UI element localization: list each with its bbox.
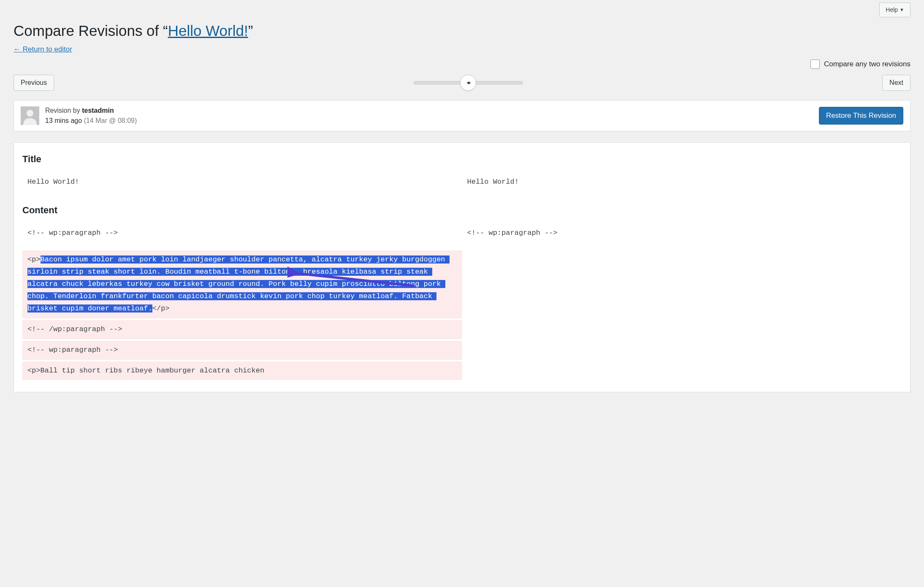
diff-cell-right bbox=[462, 361, 902, 380]
author-line: Revision by testadmin bbox=[45, 106, 813, 116]
compare-any-label[interactable]: Compare any two revisions bbox=[824, 59, 910, 70]
diff-content-table: <!-- wp:paragraph --><!-- wp:paragraph -… bbox=[22, 224, 902, 380]
help-label: Help bbox=[886, 5, 898, 14]
deleted-text-highlight: Bacon ipsum dolor amet pork loin landjae… bbox=[27, 255, 450, 313]
diff-cell-left: <!-- wp:paragraph --> bbox=[22, 224, 462, 243]
return-to-editor-link[interactable]: ← Return to editor bbox=[14, 45, 72, 53]
diff-cell-right bbox=[462, 250, 902, 318]
user-icon bbox=[21, 106, 39, 125]
restore-revision-button[interactable]: Restore This Revision bbox=[819, 107, 903, 125]
chevron-down-icon: ▼ bbox=[900, 6, 904, 14]
diff-cell-right: <!-- wp:paragraph --> bbox=[462, 224, 902, 243]
revision-meta-bar: Revision by testadmin 13 mins ago (14 Ma… bbox=[14, 100, 910, 131]
slider-track-left bbox=[414, 81, 464, 84]
title-right: Hello World! bbox=[462, 173, 902, 192]
diff-content-heading: Content bbox=[22, 203, 902, 217]
page-title: Compare Revisions of “Hello World!” bbox=[14, 20, 910, 42]
diff-cell-left: <!-- /wp:paragraph --> bbox=[22, 320, 462, 339]
diff-title-table: Hello World! Hello World! bbox=[22, 173, 902, 192]
time-absolute: (14 Mar @ 08:09) bbox=[84, 117, 137, 124]
next-button[interactable]: Next bbox=[882, 75, 910, 91]
diff-title-heading: Title bbox=[22, 152, 902, 166]
diff-cell-right bbox=[462, 320, 902, 339]
diff-cell-right bbox=[462, 341, 902, 360]
slider-handle[interactable]: ◂▸ bbox=[460, 75, 476, 91]
diff-cell-left: <p>Ball tip short ribs ribeye hamburger … bbox=[22, 361, 462, 380]
author-name: testadmin bbox=[82, 107, 114, 114]
revision-slider[interactable]: ◂▸ bbox=[414, 75, 523, 91]
slider-arrows-icon: ◂▸ bbox=[466, 78, 470, 87]
slider-track-right bbox=[472, 81, 523, 84]
compare-any-checkbox[interactable] bbox=[810, 60, 820, 69]
time-line: 13 mins ago (14 Mar @ 08:09) bbox=[45, 116, 813, 126]
post-title-link[interactable]: Hello World! bbox=[168, 22, 248, 39]
diff-cell-left: <p>Bacon ipsum dolor amet pork loin land… bbox=[22, 250, 462, 318]
time-relative: 13 mins ago bbox=[45, 117, 82, 124]
svg-point-1 bbox=[27, 110, 33, 117]
previous-button[interactable]: Previous bbox=[14, 75, 54, 91]
title-left: Hello World! bbox=[22, 173, 462, 192]
avatar bbox=[21, 106, 39, 125]
help-tab[interactable]: Help ▼ bbox=[879, 3, 910, 17]
diff-cell-left: <!-- wp:paragraph --> bbox=[22, 341, 462, 360]
diff-panel: Title Hello World! Hello World! Content … bbox=[14, 142, 910, 393]
revision-info: Revision by testadmin 13 mins ago (14 Ma… bbox=[45, 106, 813, 126]
